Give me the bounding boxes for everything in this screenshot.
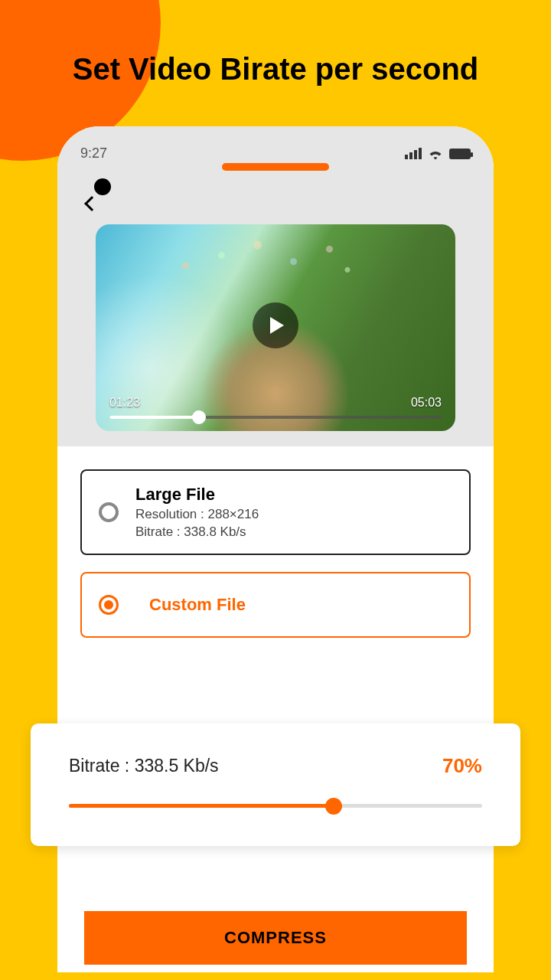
bitrate-slider-thumb[interactable] <box>325 798 342 815</box>
video-progress-slider[interactable] <box>109 416 442 419</box>
status-time: 9:27 <box>80 145 107 162</box>
radio-on-icon[interactable] <box>99 595 119 615</box>
option-large-resolution: Resolution : 288×216 <box>135 507 259 522</box>
back-icon[interactable] <box>84 196 99 211</box>
page-title: Set Video Birate per second <box>0 0 551 87</box>
status-bar: 9:27 <box>80 145 471 162</box>
option-custom-file[interactable]: Custom File <box>80 572 471 638</box>
bitrate-label: Bitrate : 338.5 Kb/s <box>69 756 219 776</box>
compress-button-label: COMPRESS <box>224 928 327 948</box>
battery-icon <box>449 149 471 159</box>
camera-dot <box>94 178 111 195</box>
option-large-title: Large File <box>135 485 259 505</box>
play-button[interactable] <box>253 302 298 348</box>
video-controls: 01:23 05:03 <box>109 396 442 419</box>
option-large-bitrate: Bitrate : 338.8 Kb/s <box>135 524 259 540</box>
option-custom-title: Custom File <box>149 595 246 615</box>
radio-off-icon[interactable] <box>99 502 119 522</box>
wifi-icon <box>428 148 443 160</box>
video-preview[interactable]: 01:23 05:03 <box>96 224 455 431</box>
video-current-time: 01:23 <box>109 396 140 410</box>
bitrate-slider[interactable] <box>69 804 482 808</box>
bitrate-percent: 70% <box>442 754 482 778</box>
bitrate-panel: Bitrate : 338.5 Kb/s 70% <box>31 724 520 846</box>
video-progress-thumb[interactable] <box>192 410 206 424</box>
status-area: 9:27 01:23 05:03 <box>57 126 494 446</box>
top-indicator <box>222 163 329 171</box>
video-duration: 05:03 <box>411 396 442 410</box>
options-area: Large File Resolution : 288×216 Bitrate … <box>57 446 494 638</box>
option-large-file[interactable]: Large File Resolution : 288×216 Bitrate … <box>80 469 471 555</box>
signal-icon <box>405 148 422 159</box>
compress-button[interactable]: COMPRESS <box>84 911 467 965</box>
